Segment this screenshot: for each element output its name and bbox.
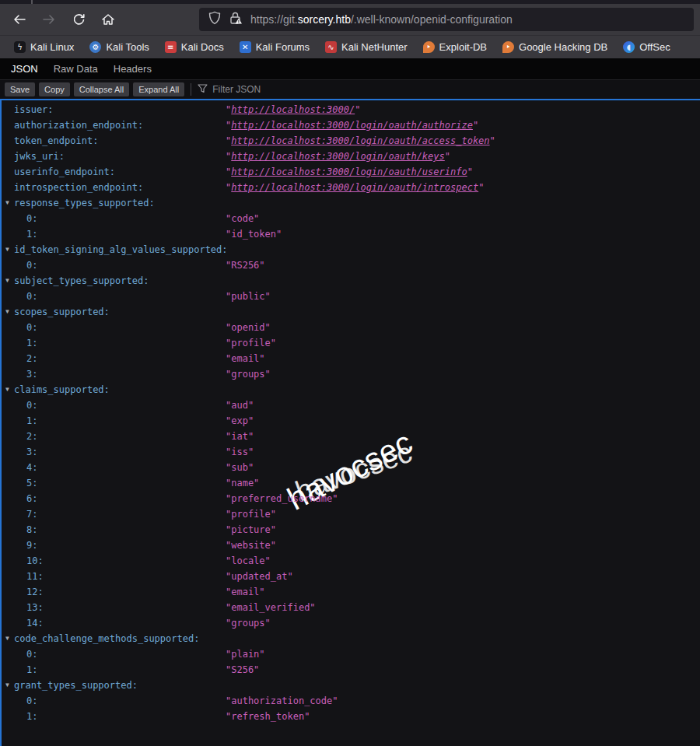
json-link[interactable]: http://localhost:3000/login/oauth/userin… [231,166,467,177]
json-value: "iss" [226,444,254,460]
json-key: 0: [2,400,37,411]
kali-forums-icon: ✕ [240,41,251,53]
json-row: ▼id_token_signing_alg_values_supported: [2,242,700,257]
expander-icon[interactable]: ▼ [5,242,9,257]
expander-icon[interactable]: ▼ [5,195,9,211]
kali-nethunter-icon: ∿ [325,41,337,53]
json-key: 6: [2,493,37,504]
filter-json-input[interactable] [212,84,368,95]
json-value: "aud" [226,398,254,413]
json-key: grant_types_supported: [2,680,138,691]
json-row: 6:"preferred_username" [2,491,700,506]
json-key: 0: [2,291,37,302]
json-key: token_endpoint: [2,135,98,146]
json-key: 5: [2,478,37,489]
json-row: issuer:"http://localhost:3000/" [2,102,700,117]
reload-icon [72,13,86,26]
expander-icon[interactable]: ▼ [5,631,9,646]
json-key: code_challenge_methods_supported: [2,633,199,644]
json-link[interactable]: http://localhost:3000/login/oauth/keys [231,151,445,162]
json-tree-panel: havocsec havocsec issuer:"http://localho… [0,99,700,746]
json-value: "http://localhost:3000/" [226,102,360,117]
json-key: 0: [2,695,37,706]
tab-raw-data[interactable]: Raw Data [46,59,106,79]
json-row: introspection_endpoint:"http://localhost… [2,180,700,195]
json-value: "openid" [226,320,271,335]
json-link[interactable]: http://localhost:3000/login/oauth/access… [231,135,489,146]
json-row: 9:"website" [2,538,700,553]
json-key: issuer: [2,104,54,115]
json-row: 2:"iat" [2,429,700,444]
json-key: 0: [2,213,37,224]
expander-icon[interactable]: ▼ [5,304,9,320]
reload-button[interactable] [65,8,92,31]
json-key: 14: [2,618,44,629]
url-text: https://git.sorcery.htb/.well-known/open… [250,13,513,26]
bookmark-kali-forums[interactable]: ✕Kali Forums [233,40,316,54]
expand-all-button[interactable]: Expand All [133,82,184,96]
copy-button[interactable]: Copy [39,82,70,96]
json-key: 7: [2,509,37,520]
tab-headers[interactable]: Headers [106,59,159,79]
json-value: "email_verified" [226,600,316,615]
address-bar[interactable]: https://git.sorcery.htb/.well-known/open… [199,8,694,31]
json-value: "RS256" [226,257,265,273]
bookmark-exploit-db[interactable]: ‣Exploit-DB [417,40,493,54]
expander-icon[interactable]: ▼ [5,382,9,398]
json-row: 0:"openid" [2,320,700,335]
json-row: 0:"plain" [2,646,700,662]
toolbar-buttons: SaveCopyCollapse AllExpand All [5,82,188,96]
json-row: 2:"email" [2,351,700,366]
tab-json[interactable]: JSON [3,59,46,79]
expander-icon[interactable]: ▼ [5,678,9,693]
json-row: 1:"S256" [2,662,700,678]
json-row: ▼scopes_supported: [2,304,700,320]
json-key: jwks_uri: [2,151,65,162]
bookmark-google-hacking-db[interactable]: ‣Google Hacking DB [496,40,614,54]
json-value: "id_token" [226,226,282,242]
tracking-protection-shield-icon[interactable] [208,11,221,28]
expander-icon[interactable]: ▼ [5,273,9,289]
json-key: scopes_supported: [2,306,110,317]
json-key: 0: [2,649,37,660]
json-value: "email" [226,351,265,366]
json-link[interactable]: http://localhost:3000/login/oauth/intros… [231,182,478,193]
offsec-globe-icon: ◖ [623,41,635,53]
bookmark-kali-docs[interactable]: ≡Kali Docs [159,40,230,54]
json-row: ▼code_challenge_methods_supported: [2,631,700,646]
browser-toolbar: https://git.sorcery.htb/.well-known/open… [0,4,700,35]
json-row: 3:"iss" [2,444,700,460]
collapse-all-button[interactable]: Collapse All [74,82,129,96]
json-row: 12:"email" [2,584,700,600]
json-value: "http://localhost:3000/login/oauth/intro… [226,180,484,195]
bookmark-label: Exploit-DB [439,41,487,53]
json-key: introspection_endpoint: [2,182,143,193]
back-icon [12,13,26,26]
json-key: response_types_supported: [2,198,155,208]
json-value: "code" [226,211,259,226]
json-key: 13: [2,602,44,613]
bookmark-label: Kali Linux [30,41,74,53]
jsonviewer-tabs: JSONRaw DataHeaders [0,58,700,80]
json-key: 9: [2,540,37,551]
save-button[interactable]: Save [5,82,35,96]
json-row: 10:"locale" [2,553,700,569]
window-edge-notch [31,0,33,4]
bookmark-kali-linux[interactable]: ϟKali Linux [8,40,80,54]
json-link[interactable]: http://localhost:3000/ [231,104,355,115]
bookmark-offsec[interactable]: ◖OffSec [617,40,677,54]
json-link[interactable]: http://localhost:3000/login/oauth/author… [231,120,473,131]
json-key: 1: [2,229,37,240]
back-button[interactable] [6,8,33,31]
json-row: jwks_uri:"http://localhost:3000/login/oa… [2,149,700,164]
json-row: 1:"refresh_token" [2,709,700,724]
bookmark-kali-nethunter[interactable]: ∿Kali NetHunter [319,40,414,54]
json-value: "preferred_username" [226,491,338,506]
bookmark-kali-tools[interactable]: ⚙Kali Tools [83,40,155,54]
home-button[interactable] [95,8,121,31]
json-key: 2: [2,353,37,364]
forward-icon [42,13,56,26]
forward-button[interactable] [36,8,62,31]
json-key: 11: [2,571,44,582]
lock-warning-icon[interactable] [229,11,243,28]
